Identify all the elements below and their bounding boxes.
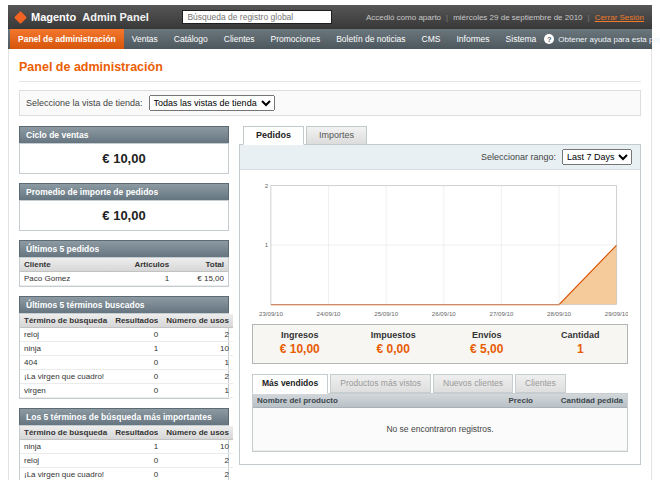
- table-row[interactable]: reloj02: [20, 454, 233, 468]
- tab-clientes[interactable]: Clientes: [515, 374, 566, 393]
- tab-importes[interactable]: Importes: [306, 126, 367, 145]
- lifetime-sales-title: Ciclo de ventas: [19, 126, 229, 143]
- nav-item-sistema[interactable]: Sistema: [498, 29, 545, 49]
- table-row[interactable]: Paco Gomez1€ 15,00: [20, 272, 228, 286]
- brand-name: Magento: [31, 11, 76, 23]
- nav-item-informes[interactable]: Informes: [449, 29, 498, 49]
- table-header-row: Término de búsqueda Resultados Número de…: [20, 426, 233, 440]
- nav-item-promociones[interactable]: Promociones: [263, 29, 329, 49]
- stat-cantidad: Cantidad 1: [534, 325, 628, 363]
- svg-text:27/09/10: 27/09/10: [489, 310, 513, 317]
- nav-item-panel[interactable]: Panel de administración: [10, 29, 124, 49]
- separator: |: [588, 13, 590, 22]
- stat-value: 1: [534, 342, 628, 356]
- last-terms-table: Término de búsqueda Resultados Número de…: [20, 314, 233, 398]
- stat-label: Envíos: [440, 330, 534, 340]
- last-orders-box: Últimos 5 pedidos Cliente Artículos Tota…: [19, 240, 229, 287]
- dashboard-right-column: Pedidos Importes Seleccionar rango: Last…: [239, 126, 641, 465]
- nav-item-catalogo[interactable]: Catálogo: [166, 29, 216, 49]
- svg-text:23/09/10: 23/09/10: [259, 310, 283, 317]
- column-header: Término de búsqueda: [20, 426, 111, 440]
- global-search-input[interactable]: [182, 10, 332, 24]
- column-header: Número de usos: [162, 314, 233, 328]
- last-orders-table: Cliente Artículos Total Paco Gomez1€ 15,…: [20, 258, 228, 286]
- magento-logo-icon: [14, 11, 27, 24]
- average-order-title: Promedio de importe de pedidos: [19, 183, 229, 200]
- nav-item-ventas[interactable]: Ventas: [124, 29, 166, 49]
- range-label: Seleccionar rango:: [481, 152, 556, 162]
- logout-link[interactable]: Cerrar Sesión: [595, 13, 644, 22]
- column-header: Número de usos: [162, 426, 233, 440]
- stat-value: € 5,00: [440, 342, 534, 356]
- table-row[interactable]: ninja110: [20, 440, 233, 454]
- column-header: Resultados: [111, 314, 162, 328]
- column-header: Precio: [467, 394, 537, 408]
- help-link[interactable]: ? Obtener ayuda para esta página: [544, 29, 660, 49]
- stats-strip: Ingresos € 10,00 Impuestos € 0,00 Envíos…: [252, 324, 628, 364]
- products-grid: Nombre del producto Precio Cantidad pedi…: [252, 393, 628, 452]
- store-view-label: Seleccione la vista de tienda:: [26, 98, 143, 108]
- column-header: Artículos: [106, 258, 173, 272]
- separator: |: [446, 13, 448, 22]
- last-terms-box: Últimos 5 términos buscados Término de b…: [19, 296, 229, 399]
- brand-suffix: Admin Panel: [82, 11, 149, 23]
- column-header: Resultados: [111, 426, 162, 440]
- help-icon: ?: [544, 34, 554, 44]
- nav-item-cms[interactable]: CMS: [414, 29, 449, 49]
- stat-ingresos: Ingresos € 10,00: [253, 325, 347, 363]
- grid-tabs: Más vendidos Productos más vistos Nuevos…: [252, 374, 628, 393]
- average-order-value: € 10,00: [20, 201, 228, 230]
- dashboard-tabs: Pedidos Importes: [239, 126, 641, 145]
- table-row[interactable]: 40401: [20, 356, 233, 370]
- top-header: Magento Admin Panel Accedió como aparto …: [8, 5, 652, 29]
- stat-label: Ingresos: [253, 330, 347, 340]
- nav-item-boletin[interactable]: Boletín de noticias: [328, 29, 413, 49]
- top-terms-title: Los 5 términos de búsqueda más important…: [19, 408, 229, 425]
- help-label: Obtener ayuda para esta página: [558, 35, 660, 44]
- nav-item-clientes[interactable]: Clientes: [216, 29, 263, 49]
- tab-productos-mas-vistos[interactable]: Productos más vistos: [330, 374, 431, 393]
- dashboard-panel: Seleccionar rango: Last 7 Days 23/09/102…: [239, 144, 641, 465]
- column-header: Cantidad pedida: [537, 394, 627, 408]
- svg-text:26/09/10: 26/09/10: [432, 310, 456, 317]
- tab-pedidos[interactable]: Pedidos: [243, 126, 304, 145]
- dashboard-left-column: Ciclo de ventas € 10,00 Promedio de impo…: [19, 126, 229, 480]
- store-view-switcher: Seleccione la vista de tienda: Todas las…: [19, 90, 641, 116]
- tab-nuevos-clientes[interactable]: Nuevos clientes: [433, 374, 513, 393]
- range-select[interactable]: Last 7 Days: [562, 149, 632, 165]
- svg-text:28/09/10: 28/09/10: [547, 310, 571, 317]
- main-nav: Panel de administración Ventas Catálogo …: [8, 29, 652, 49]
- orders-area-chart: 23/09/1024/09/1025/09/1026/09/1027/09/10…: [252, 178, 628, 320]
- stat-value: € 0,00: [347, 342, 441, 356]
- table-row[interactable]: ¡La virgen que cuadro!02: [20, 468, 233, 480]
- svg-text:2: 2: [265, 182, 269, 189]
- average-order-box: Promedio de importe de pedidos € 10,00: [19, 183, 229, 231]
- table-header-row: Cliente Artículos Total: [20, 258, 228, 272]
- svg-text:24/09/10: 24/09/10: [317, 310, 341, 317]
- column-header: Nombre del producto: [253, 394, 467, 408]
- column-header: Cliente: [20, 258, 106, 272]
- top-terms-table: Término de búsqueda Resultados Número de…: [20, 426, 233, 480]
- table-row[interactable]: ¡La virgen que cuadro!02: [20, 370, 233, 384]
- table-header-row: Término de búsqueda Resultados Número de…: [20, 314, 233, 328]
- table-row[interactable]: reloj02: [20, 328, 233, 342]
- chart-container: 23/09/1024/09/1025/09/1026/09/1027/09/10…: [240, 170, 640, 322]
- brand: Magento Admin Panel: [16, 11, 149, 23]
- svg-text:1: 1: [265, 241, 269, 248]
- empty-message: No se encontraron registros.: [253, 407, 627, 450]
- stat-envios: Envíos € 5,00: [440, 325, 534, 363]
- admin-app: Magento Admin Panel Accedió como aparto …: [8, 5, 652, 480]
- lifetime-sales-value: € 10,00: [20, 144, 228, 173]
- global-search: [149, 10, 366, 24]
- table-row[interactable]: virgen01: [20, 384, 233, 398]
- table-row[interactable]: ninja110: [20, 342, 233, 356]
- empty-row: No se encontraron registros.: [253, 407, 627, 450]
- lifetime-sales-box: Ciclo de ventas € 10,00: [19, 126, 229, 174]
- last-terms-title: Últimos 5 términos buscados: [19, 296, 229, 313]
- store-view-select[interactable]: Todas las vistas de tienda: [149, 95, 275, 111]
- stat-label: Cantidad: [534, 330, 628, 340]
- svg-text:29/09/10: 29/09/10: [605, 310, 628, 317]
- range-bar: Seleccionar rango: Last 7 Days: [240, 145, 640, 170]
- current-date: miércoles 29 de septiembre de 2010: [453, 13, 582, 22]
- tab-mas-vendidos[interactable]: Más vendidos: [252, 374, 328, 394]
